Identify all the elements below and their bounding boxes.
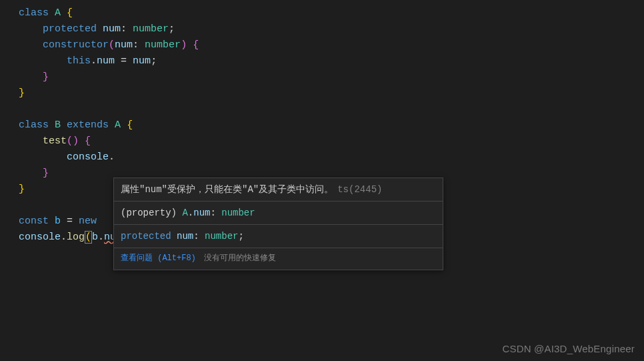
hover-signature-row: (property) A.num: number [114,202,443,225]
code-line[interactable]: } [0,69,644,85]
paren: ( [67,135,73,147]
punct: . [91,55,97,67]
punct: . [109,151,115,163]
signature-prop: num [193,208,210,218]
code-line[interactable]: this.num = num; [0,53,644,69]
brace: { [127,119,133,131]
keyword: protected [43,23,97,35]
property: num [103,23,121,35]
brace: } [19,184,25,195]
hover-actions-row: 查看问题 (Alt+F8) 没有可用的快速修复 [114,248,443,270]
view-problem-link[interactable]: 查看问题 (Alt+F8) [121,251,196,266]
hover-tooltip[interactable]: 属性"num"受保护，只能在类"A"及其子类中访问。ts(2445) (prop… [113,177,443,270]
method-name: test [43,135,67,147]
keyword: new [79,216,97,227]
param: num [115,39,133,51]
code-line[interactable]: constructor(num: number) { [0,37,644,53]
brace: { [85,135,91,147]
code-line[interactable]: console. [0,149,644,165]
type: number [133,23,169,35]
property: num [97,55,115,67]
decl-keyword: protected [121,231,171,242]
keyword: class [19,7,49,19]
paren: ) [73,135,79,147]
brace: { [67,7,73,19]
method-name: log [67,232,85,243]
const-name: b [55,216,61,227]
punct: . [61,232,67,243]
error-message: 属性"num"受保护，只能在类"A"及其子类中访问。 [121,184,333,195]
keyword: this [67,55,91,67]
code-line[interactable]: } [0,85,644,101]
code-line[interactable]: test() { [0,133,644,149]
code-line-empty[interactable] [0,101,644,117]
punct: : [210,208,221,218]
signature-class: A [182,208,187,218]
punct: . [188,208,193,218]
code-line[interactable]: protected num: number; [0,21,644,37]
decl-prop: num [171,231,194,242]
variable: num [133,55,151,67]
punct: ; [238,231,243,242]
paren: ( [85,231,92,244]
hover-error-row: 属性"num"受保护，只能在类"A"及其子类中访问。ts(2445) [114,178,443,202]
class-name: A [115,119,121,131]
punct: = [67,216,73,227]
paren: ( [109,39,115,51]
keyword: extends [67,119,109,131]
punct: : [133,39,139,51]
signature-type: number [221,208,255,218]
keyword: class [19,119,49,131]
brace: } [43,71,49,83]
class-name: B [55,119,61,131]
variable: b [92,232,98,243]
identifier: console [67,151,109,163]
signature-prefix: (property) [121,208,182,218]
identifier: console [19,232,61,243]
punct: ; [169,23,175,35]
keyword: const [19,216,49,227]
class-name: A [55,7,61,19]
punct: . [98,232,104,243]
punct: ; [151,55,157,67]
brace: { [193,39,199,51]
code-line[interactable]: class A { [0,5,644,21]
type: number [145,39,181,51]
watermark: CSDN @AI3D_WebEngineer [502,343,635,354]
error-code: ts(2445) [337,184,382,195]
keyword: constructor [43,39,109,51]
paren: ) [181,39,187,51]
no-quick-fix-label: 没有可用的快速修复 [204,251,276,266]
brace: } [43,167,49,179]
brace: } [19,87,25,99]
punct: : [193,231,205,242]
punct: : [121,23,127,35]
code-line[interactable]: class B extends A { [0,117,644,133]
punct: = [121,55,127,67]
hover-declaration-row: protected num: number; [114,225,443,248]
decl-type: number [205,231,238,242]
